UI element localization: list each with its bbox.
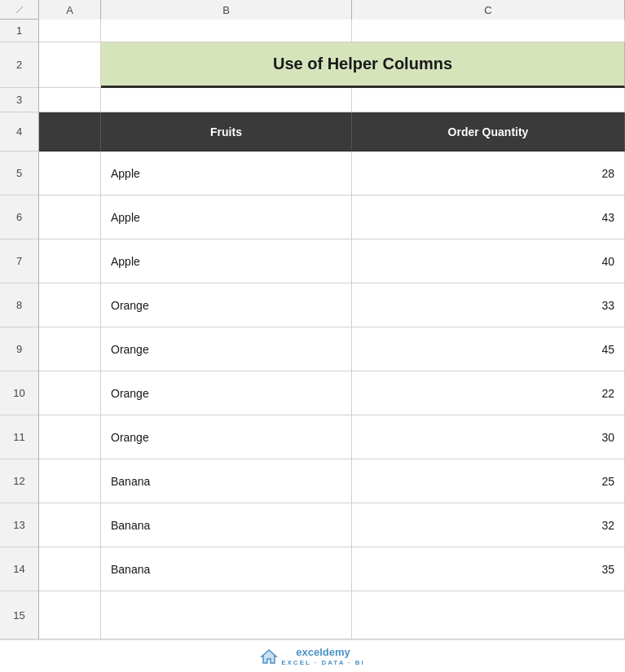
row-number: 7 <box>0 239 39 283</box>
cell-c15[interactable] <box>352 591 625 639</box>
spreadsheet: A B C 1 2 Use of Helper Columns <box>0 0 625 672</box>
table-row: 12 Banana 25 <box>0 459 625 503</box>
table-row: 13 Banana 32 <box>0 503 625 547</box>
cell-qty-9[interactable]: 45 <box>352 327 625 371</box>
cell-a9[interactable] <box>39 327 101 371</box>
cell-a11[interactable] <box>39 415 101 459</box>
cell-fruit-13[interactable]: Banana <box>101 503 352 547</box>
table-row: 4 Fruits Order Quantity <box>0 112 625 152</box>
cell-a3[interactable] <box>39 88 101 112</box>
cell-qty-13[interactable]: 32 <box>352 503 625 547</box>
table-row: 10 Orange 22 <box>0 371 625 415</box>
cell-qty-14[interactable]: 35 <box>352 547 625 591</box>
brand-logo: exceldemy EXCEL · DATA · BI <box>260 646 365 666</box>
cell-a13[interactable] <box>39 503 101 547</box>
row-number: 1 <box>0 20 39 42</box>
column-headers: A B C <box>0 0 625 20</box>
table-row: 2 Use of Helper Columns <box>0 42 625 88</box>
table-row: 7 Apple 40 <box>0 239 625 283</box>
cell-a6[interactable] <box>39 195 101 239</box>
cell-fruit-9[interactable]: Orange <box>101 327 352 371</box>
row-number: 15 <box>0 591 39 639</box>
table-row: 5 Apple 28 <box>0 152 625 195</box>
svg-line-0 <box>16 7 23 13</box>
row-number: 3 <box>0 88 39 112</box>
cell-qty-8[interactable]: 33 <box>352 283 625 327</box>
cell-c1[interactable] <box>352 20 625 42</box>
col-header-b[interactable]: B <box>101 0 352 20</box>
cell-qty-12[interactable]: 25 <box>352 459 625 503</box>
cell-fruit-8[interactable]: Orange <box>101 283 352 327</box>
cell-fruit-11[interactable]: Orange <box>101 415 352 459</box>
table-row: 3 <box>0 88 625 112</box>
col-header-a[interactable]: A <box>39 0 101 20</box>
cell-fruit-7[interactable]: Apple <box>101 239 352 283</box>
cell-qty-10[interactable]: 22 <box>352 371 625 415</box>
row-number: 12 <box>0 459 39 503</box>
cell-fruit-14[interactable]: Banana <box>101 547 352 591</box>
table-row: 14 Banana 35 <box>0 547 625 591</box>
cell-a5[interactable] <box>39 152 101 195</box>
row-number: 6 <box>0 195 39 239</box>
row-number: 13 <box>0 503 39 547</box>
col-header-c[interactable]: C <box>352 0 625 20</box>
cell-fruit-12[interactable]: Banana <box>101 459 352 503</box>
row-number: 9 <box>0 327 39 371</box>
corner-cell <box>0 0 39 20</box>
cell-qty-11[interactable]: 30 <box>352 415 625 459</box>
cell-qty-7[interactable]: 40 <box>352 239 625 283</box>
header-order-qty: Order Quantity <box>352 112 625 152</box>
cell-b1[interactable] <box>101 20 352 42</box>
header-fruits: Fruits <box>101 112 352 152</box>
cell-a1[interactable] <box>39 20 101 42</box>
cell-a7[interactable] <box>39 239 101 283</box>
table-row: 11 Orange 30 <box>0 415 625 459</box>
cell-b15[interactable] <box>101 591 352 639</box>
table-row: 8 Orange 33 <box>0 283 625 327</box>
row-number: 14 <box>0 547 39 591</box>
cell-b3[interactable] <box>101 88 352 112</box>
row-number: 2 <box>0 42 39 88</box>
cell-a2[interactable] <box>39 42 101 88</box>
cell-fruit-5[interactable]: Apple <box>101 152 352 195</box>
svg-marker-1 <box>262 650 276 663</box>
cell-a8[interactable] <box>39 283 101 327</box>
cell-a10[interactable] <box>39 371 101 415</box>
rows-area: 1 2 Use of Helper Columns 3 <box>0 20 625 639</box>
row-number: 10 <box>0 371 39 415</box>
cell-fruit-10[interactable]: Orange <box>101 371 352 415</box>
row-number: 8 <box>0 283 39 327</box>
spreadsheet-title: Use of Helper Columns <box>273 55 452 73</box>
cell-a4[interactable] <box>39 112 101 152</box>
table-row: 6 Apple 43 <box>0 195 625 239</box>
row-number: 5 <box>0 152 39 195</box>
cell-qty-6[interactable]: 43 <box>352 195 625 239</box>
cell-c3[interactable] <box>352 88 625 112</box>
table-row: 1 <box>0 20 625 42</box>
cell-fruit-6[interactable]: Apple <box>101 195 352 239</box>
cell-a15[interactable] <box>39 591 101 639</box>
table-row: 9 Orange 45 <box>0 327 625 371</box>
footer: exceldemy EXCEL · DATA · BI <box>0 639 625 672</box>
brand-text: exceldemy EXCEL · DATA · BI <box>281 646 365 666</box>
table-row: 15 <box>0 591 625 639</box>
house-icon <box>260 648 278 665</box>
title-cell: Use of Helper Columns <box>101 42 625 88</box>
row-number: 4 <box>0 112 39 152</box>
cell-a14[interactable] <box>39 547 101 591</box>
cell-qty-5[interactable]: 28 <box>352 152 625 195</box>
cell-a12[interactable] <box>39 459 101 503</box>
row-number: 11 <box>0 415 39 459</box>
